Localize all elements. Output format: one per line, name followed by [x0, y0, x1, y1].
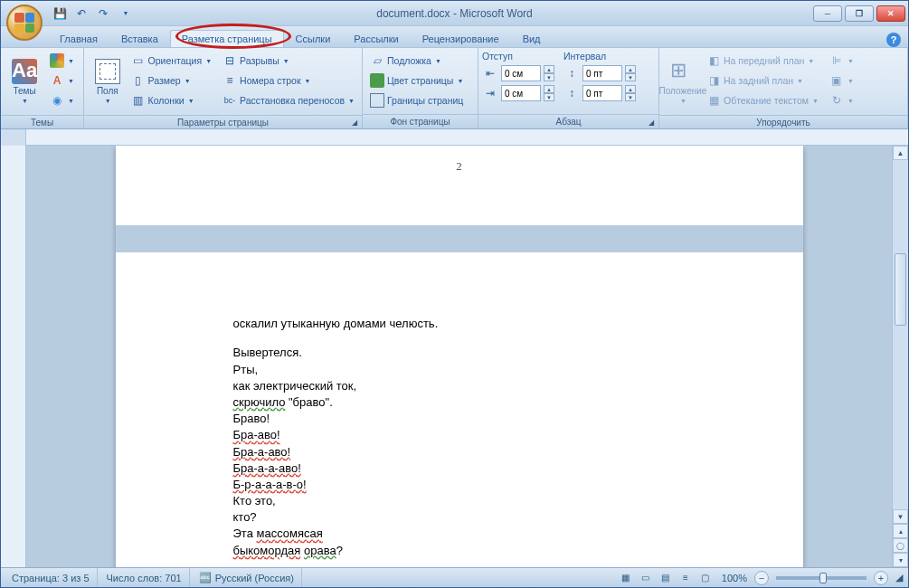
orientation-button[interactable]: ▭Ориентация▼ — [128, 51, 216, 71]
theme-colors-button[interactable]: ▼ — [46, 51, 78, 71]
spacing-label: Интервал — [563, 51, 636, 62]
zoom-thumb[interactable] — [819, 573, 827, 583]
prev-page-button[interactable]: ▴ — [893, 524, 908, 538]
scroll-up-button[interactable]: ▲ — [893, 146, 908, 160]
minimize-button[interactable]: ─ — [813, 5, 842, 22]
view-outline[interactable]: ≡ — [677, 571, 695, 585]
tab-view[interactable]: Вид — [511, 30, 553, 47]
doc-line: Браво! — [233, 411, 686, 427]
tab-home[interactable]: Главная — [48, 30, 109, 47]
spin-up[interactable]: ▲ — [544, 65, 554, 73]
scroll-track[interactable] — [893, 327, 908, 509]
spacing-after-input[interactable] — [582, 85, 622, 101]
watermark-button[interactable]: ▱Подложка▼ — [366, 51, 467, 71]
theme-effects-button[interactable]: ◉▼ — [46, 90, 78, 110]
doc-line: Вывертелся. — [233, 345, 686, 361]
doc-line: скрючило "браво". — [233, 394, 686, 411]
tab-mailings[interactable]: Рассылки — [342, 30, 410, 47]
text-wrap-icon: ▦ — [706, 93, 721, 108]
colors-icon — [50, 53, 64, 68]
vertical-ruler[interactable] — [1, 146, 26, 567]
redo-icon[interactable]: ↷ — [95, 5, 111, 22]
document-area: 2 оскалил утыканную домами челюсть. Выве… — [1, 146, 908, 567]
maximize-button[interactable]: ❐ — [845, 5, 874, 22]
browse-controls: ▴ ◯ ▾ — [893, 524, 908, 567]
spin-down[interactable]: ▼ — [625, 73, 636, 81]
page-color-button[interactable]: Цвет страницы▼ — [366, 71, 467, 90]
scroll-thumb[interactable] — [895, 253, 906, 326]
tab-references[interactable]: Ссылки — [284, 30, 343, 47]
horizontal-ruler[interactable] — [1, 129, 908, 146]
doc-line: как электрический ток, — [233, 378, 686, 394]
spell-icon: 🔤 — [199, 572, 212, 583]
scroll-track[interactable] — [893, 160, 908, 251]
document-scroll[interactable]: 2 оскалил утыканную домами челюсть. Выве… — [26, 146, 892, 567]
themes-button[interactable]: Aa Темы ▼ — [5, 51, 44, 112]
save-icon[interactable]: 💾 — [52, 5, 68, 22]
view-draft[interactable]: ▢ — [696, 571, 715, 585]
spin-down[interactable]: ▼ — [544, 93, 554, 101]
spin-up[interactable]: ▲ — [544, 85, 554, 93]
status-bar: Страница: 3 из 5 Число слов: 701 🔤Русски… — [1, 567, 908, 587]
send-back-icon: ◨ — [706, 73, 721, 88]
zoom-out-button[interactable]: − — [754, 571, 769, 585]
indent-right-row: ⇥ ▲▼ — [482, 83, 554, 103]
spin-down[interactable]: ▼ — [544, 73, 554, 81]
view-full-screen[interactable]: ▭ — [637, 571, 655, 585]
view-web-layout[interactable]: ▤ — [657, 571, 675, 585]
dialog-launcher-paragraph[interactable]: ◢ — [646, 117, 657, 128]
status-page[interactable]: Страница: 3 из 5 — [5, 568, 98, 587]
spin-up[interactable]: ▲ — [625, 85, 636, 93]
zoom-percent[interactable]: 100% — [716, 573, 753, 583]
zoom-in-button[interactable]: + — [874, 571, 888, 585]
page-borders-button[interactable]: Границы страниц — [366, 90, 467, 110]
office-button[interactable] — [6, 5, 43, 41]
doc-line: Б-р-а-а-а-в-о! — [233, 477, 686, 493]
columns-button[interactable]: ▥Колонки▼ — [128, 90, 216, 110]
fonts-icon: A — [50, 73, 64, 88]
indent-left-input[interactable] — [501, 65, 541, 81]
scroll-down-button[interactable]: ▼ — [893, 509, 908, 524]
margins-button[interactable]: Поля ▼ — [88, 51, 128, 112]
titlebar[interactable]: 💾 ↶ ↷ ▼ document.docx - Microsoft Word ─… — [1, 1, 908, 26]
help-button[interactable]: ? — [886, 33, 901, 47]
spin-up[interactable]: ▲ — [625, 65, 636, 73]
margins-icon — [95, 59, 120, 84]
undo-icon[interactable]: ↶ — [73, 5, 90, 22]
orientation-icon: ▭ — [131, 53, 146, 68]
line-numbers-button[interactable]: ≡Номера строк▼ — [219, 71, 358, 90]
indent-left-icon: ⇤ — [482, 66, 498, 81]
tab-insert[interactable]: Вставка — [109, 30, 170, 47]
zoom-slider[interactable] — [776, 576, 866, 580]
page-prev[interactable]: 2 оскалил утыканную домами челюсть. Выве… — [116, 146, 803, 567]
tab-page-layout[interactable]: Разметка страницы — [170, 30, 284, 47]
hyphenation-button[interactable]: bc-Расстановка переносов▼ — [219, 90, 358, 110]
size-button[interactable]: ▯Размер▼ — [128, 71, 216, 90]
breaks-button[interactable]: ⊟Разрывы▼ — [219, 51, 358, 71]
view-print-layout[interactable]: ▦ — [617, 571, 635, 585]
group-themes: Aa Темы ▼ ▼ A▼ ◉▼ Темы — [1, 48, 84, 128]
doc-line: быкомордая орава? — [233, 543, 686, 559]
indent-right-input[interactable] — [501, 85, 541, 101]
qat-customize-icon[interactable]: ▼ — [118, 5, 134, 22]
spacing-before-input[interactable] — [582, 65, 622, 81]
doc-line: оскалил утыканную домами челюсть. — [233, 316, 686, 332]
group-arrange: ⊞ Положение ▼ ◧На передний план▼ ◨На зад… — [659, 48, 908, 128]
group-icon: ▣ — [829, 73, 844, 88]
resize-grip[interactable]: ◢ — [890, 570, 904, 585]
tab-review[interactable]: Рецензирование — [411, 30, 511, 47]
vertical-scrollbar[interactable]: ▲ ▼ ▴ ◯ ▾ — [892, 146, 908, 567]
next-page-button[interactable]: ▾ — [893, 553, 908, 567]
close-button[interactable]: ✕ — [876, 5, 905, 22]
browse-object-button[interactable]: ◯ — [893, 538, 908, 553]
window: 💾 ↶ ↷ ▼ document.docx - Microsoft Word ─… — [0, 0, 909, 588]
status-words[interactable]: Число слов: 701 — [99, 568, 190, 587]
position-button: ⊞ Положение ▼ — [663, 51, 703, 112]
quick-access-toolbar: 💾 ↶ ↷ ▼ — [52, 5, 134, 22]
theme-fonts-button[interactable]: A▼ — [46, 71, 78, 90]
page-borders-icon — [370, 93, 384, 108]
status-language[interactable]: 🔤Русский (Россия) — [192, 568, 302, 587]
spin-down[interactable]: ▼ — [625, 93, 636, 101]
dialog-launcher-page-setup[interactable]: ◢ — [349, 117, 360, 128]
group-label-themes: Темы — [1, 115, 83, 128]
